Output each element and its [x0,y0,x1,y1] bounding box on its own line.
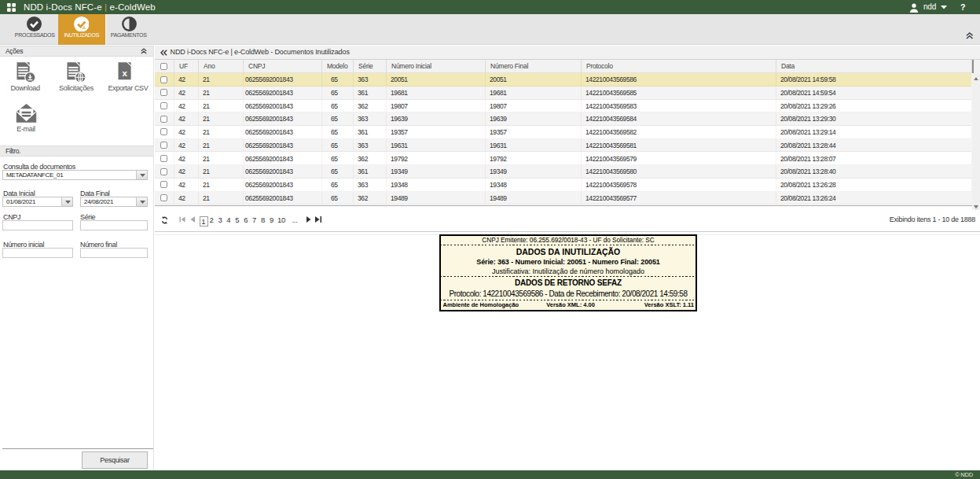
svg-text:x: x [122,68,127,77]
